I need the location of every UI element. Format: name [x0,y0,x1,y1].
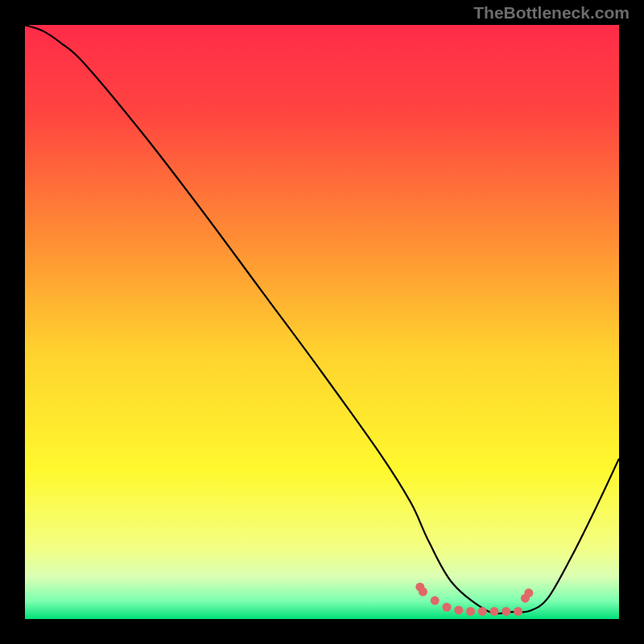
chart-svg [25,25,619,619]
chart [25,25,619,619]
chart-background [25,25,619,619]
highlight-marker [502,607,510,616]
highlight-marker [454,605,463,614]
highlight-marker [478,607,487,616]
highlight-marker [524,588,533,597]
highlight-marker [431,597,440,605]
watermark: TheBottleneck.com [473,3,630,23]
highlight-marker [419,588,427,597]
highlight-marker [442,603,451,612]
highlight-marker [514,607,522,616]
highlight-marker [490,607,499,616]
highlight-marker [466,607,475,616]
